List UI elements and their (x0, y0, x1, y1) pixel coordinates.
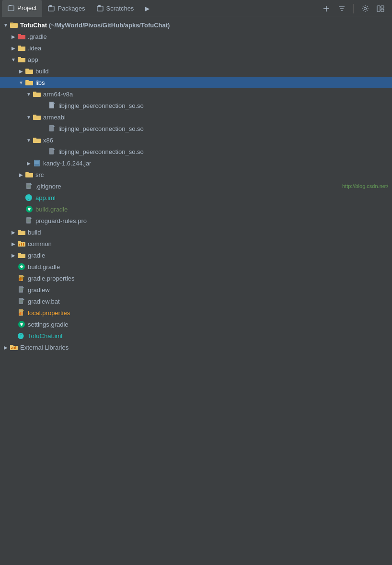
gradle-folder-icon (17, 32, 26, 41)
x86-arrow (25, 136, 33, 144)
tab-project[interactable]: Project (2, 0, 42, 17)
root-folder-icon (10, 21, 18, 29)
scratches-icon (97, 5, 104, 12)
svg-rect-4 (97, 6, 103, 11)
svg-rect-74 (19, 244, 20, 246)
project-icon (8, 5, 14, 12)
root-arrow (2, 21, 10, 29)
settings-gradle-label: settings.gradle (28, 321, 388, 328)
app-folder-item[interactable]: app (0, 54, 392, 65)
gradle-props-item[interactable]: gradle.properties (0, 272, 392, 284)
svg-rect-47 (33, 139, 41, 142)
arm64-folder-item[interactable]: arm64-v8a (0, 88, 392, 100)
arm64-file-item[interactable]: libjingle_peerconnection_so.so (0, 100, 392, 111)
gradlew-item[interactable]: gradlew (0, 284, 392, 295)
x86-file-item[interactable]: libjingle_peerconnection_so.so (0, 146, 392, 157)
props-svg (18, 274, 25, 282)
x86-file-label: libjingle_peerconnection_so.so (58, 148, 388, 155)
proguard-item[interactable]: proguard-rules.pro (0, 215, 392, 226)
tab-play[interactable]: ▶ (139, 0, 155, 17)
external-libs-label: External Libraries (20, 344, 388, 351)
svg-rect-24 (18, 47, 25, 50)
common-arrow (10, 240, 17, 247)
gradle-props-label: gradle.properties (28, 275, 388, 282)
armeabi-file-item[interactable]: libjingle_peerconnection_so.so (0, 123, 392, 134)
filter-button[interactable] (336, 3, 347, 14)
layout-button[interactable] (375, 3, 386, 14)
folder-svg-build (18, 229, 25, 235)
settings-gradle-icon (17, 320, 26, 329)
props-orange-svg (18, 309, 25, 317)
external-libs-item[interactable]: External Libraries (0, 341, 392, 353)
svg-rect-99 (20, 312, 21, 315)
gitignore-item[interactable]: .gitignore http://blog.csdn.net/ (0, 180, 392, 192)
svg-rect-76 (23, 243, 24, 246)
file-svg-1 (49, 102, 56, 109)
kandy-jar-item[interactable]: kandy-1.6.244.jar (0, 157, 392, 169)
build-subfolder-item[interactable]: build (0, 65, 392, 77)
folder-svg-idea (18, 45, 25, 51)
proguard-icon (25, 216, 34, 225)
libs-folder-icon (25, 78, 34, 87)
folder-svg (10, 22, 18, 28)
build-sub-folder-icon (25, 67, 34, 75)
tofuchat-iml-item[interactable]: 🅙 TofuChat.iml (0, 330, 392, 341)
idea-folder-item[interactable]: .idea (0, 42, 392, 54)
jar-icon (33, 159, 41, 167)
build-folder-item[interactable]: build (0, 226, 392, 238)
svg-rect-2 (48, 6, 54, 11)
idea-arrow (10, 44, 17, 52)
x86-folder-item[interactable]: x86 (0, 134, 392, 146)
build-folder-label: build (28, 229, 388, 236)
src-folder-item[interactable]: src (0, 169, 392, 180)
svg-rect-100 (22, 312, 23, 315)
local-props-item[interactable]: local.properties (0, 307, 392, 318)
local-props-icon (17, 308, 26, 317)
so-file-icon-1 (48, 101, 57, 110)
svg-rect-48 (49, 148, 54, 154)
libs-folder-item[interactable]: libs (0, 77, 392, 88)
build-arrow (10, 228, 17, 236)
tree-root[interactable]: TofuChat (~/MyWorld/Pivos/GitHub/apks/To… (0, 19, 392, 31)
folder-svg-src (25, 171, 33, 178)
x86-folder-icon (33, 136, 41, 144)
svg-rect-33 (25, 81, 33, 85)
svg-rect-27 (18, 58, 25, 62)
folder-svg-app (18, 56, 25, 63)
build-gradle-app-item[interactable]: build.gradle (0, 203, 392, 215)
svg-point-11 (364, 7, 367, 10)
app-iml-item[interactable]: 🅙 app.iml (0, 192, 392, 203)
so-file-icon-2 (48, 124, 57, 133)
svg-rect-38 (49, 102, 54, 108)
jar-svg (34, 159, 40, 167)
kandy-jar-label: kandy-1.6.244.jar (43, 160, 388, 167)
svg-rect-0 (8, 6, 14, 11)
gradle-folder2-item[interactable]: gradle (0, 249, 392, 261)
file-svg-3 (49, 148, 56, 155)
common-folder-item[interactable]: common (0, 238, 392, 249)
svg-point-102 (21, 324, 23, 326)
add-button[interactable] (321, 3, 332, 14)
tab-scratches[interactable]: Scratches (91, 0, 140, 17)
iml-icon: 🅙 (25, 193, 34, 202)
gradle-green-icon (25, 205, 34, 213)
x86-folder-label: x86 (43, 137, 388, 144)
props-icon (17, 274, 26, 282)
svg-rect-21 (18, 35, 25, 39)
tab-packages[interactable]: Packages (42, 0, 91, 17)
settings-gradle-item[interactable]: settings.gradle (0, 318, 392, 330)
gradlew-label: gradlew (28, 286, 388, 294)
svg-rect-86 (19, 278, 20, 281)
gradle2-folder-label: gradle (28, 252, 388, 259)
gear-button[interactable] (359, 3, 371, 14)
project-tree: TofuChat (~/MyWorld/Pivos/GitHub/apks/To… (0, 17, 392, 355)
gradlew-bat-item[interactable]: gradlew.bat (0, 295, 392, 307)
build-gradle-root-item[interactable]: build.gradle (0, 261, 392, 272)
file-svg-proguard (26, 217, 33, 224)
gradle-folder-item[interactable]: .gradle (0, 31, 392, 42)
tab-project-label: Project (17, 4, 36, 12)
svg-rect-71 (18, 231, 25, 235)
svg-rect-43 (49, 125, 54, 131)
armeabi-folder-item[interactable]: armeabi (0, 111, 392, 123)
svg-point-81 (21, 266, 23, 268)
